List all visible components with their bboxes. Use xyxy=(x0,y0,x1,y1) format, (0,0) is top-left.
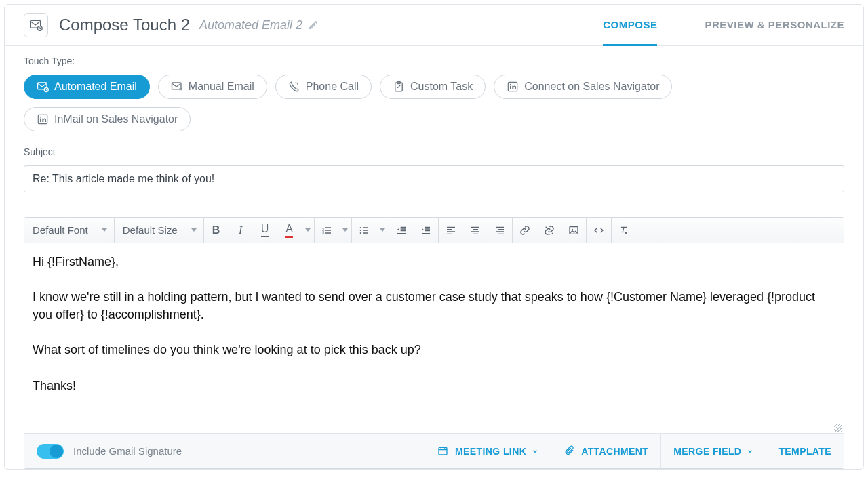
edit-name-icon[interactable] xyxy=(308,20,319,30)
chevron-down-icon xyxy=(532,448,538,455)
tab-compose[interactable]: COMPOSE xyxy=(603,14,657,46)
resize-handle[interactable] xyxy=(834,424,842,432)
editor-footer: Include Gmail Signature MEETING LINK ATT… xyxy=(24,433,844,468)
text-color-button[interactable]: A xyxy=(277,218,302,243)
option-custom-task[interactable]: Custom Task xyxy=(380,75,486,99)
underline-button[interactable]: U xyxy=(253,218,277,243)
touch-icon xyxy=(24,13,48,37)
align-right-button[interactable] xyxy=(488,218,512,243)
svg-point-12 xyxy=(40,117,41,118)
chevron-down-icon xyxy=(191,228,197,232)
code-view-button[interactable] xyxy=(587,218,611,243)
meeting-link-label: MEETING LINK xyxy=(455,446,526,457)
merge-field-button[interactable]: MERGE FIELD xyxy=(660,434,766,469)
option-label: Connect on Sales Navigator xyxy=(524,81,659,92)
signature-label: Include Gmail Signature xyxy=(73,445,182,457)
option-label: Custom Task xyxy=(410,81,473,92)
editor-toolbar: Default Font Default Size B I U A 123 xyxy=(24,218,844,243)
clear-format-button[interactable] xyxy=(612,218,636,243)
merge-field-label: MERGE FIELD xyxy=(673,446,741,457)
outdent-button[interactable] xyxy=(389,218,414,243)
unordered-list-menu[interactable] xyxy=(376,228,389,232)
option-label: Phone Call xyxy=(306,81,359,92)
font-family-label: Default Font xyxy=(33,224,88,236)
body-line: What sort of timelines do you think we'r… xyxy=(33,341,835,358)
attachment-button[interactable]: ATTACHMENT xyxy=(551,434,660,469)
font-size-label: Default Size xyxy=(123,224,178,236)
bold-button[interactable]: B xyxy=(204,218,229,243)
align-left-button[interactable] xyxy=(439,218,463,243)
option-label: Automated Email xyxy=(54,81,137,92)
mail-auto-icon xyxy=(37,81,49,93)
svg-point-20 xyxy=(572,228,573,230)
touch-type-label: Touch Type: xyxy=(24,56,844,66)
calendar-icon xyxy=(437,445,450,457)
task-icon xyxy=(393,81,405,93)
phone-icon xyxy=(288,81,300,93)
page-subtitle: Automated Email 2 xyxy=(199,18,302,33)
link-button[interactable] xyxy=(513,218,537,243)
unordered-list-button[interactable] xyxy=(352,218,376,243)
svg-point-9 xyxy=(510,84,511,85)
option-label: Manual Email xyxy=(189,81,254,92)
ordered-list-button[interactable]: 123 xyxy=(315,218,339,243)
linkedin-icon xyxy=(507,81,519,93)
svg-point-18 xyxy=(359,232,361,234)
template-button[interactable]: TEMPLATE xyxy=(766,434,844,469)
option-inmail-navigator[interactable]: InMail on Sales Navigator xyxy=(24,107,191,131)
subject-label: Subject xyxy=(24,146,844,157)
meeting-link-button[interactable]: MEETING LINK xyxy=(425,434,551,469)
text-color-menu[interactable] xyxy=(302,228,314,232)
font-size-select[interactable]: Default Size xyxy=(115,218,203,243)
option-manual-email[interactable]: Manual Email xyxy=(158,75,267,99)
tab-preview[interactable]: PREVIEW & PERSONALIZE xyxy=(705,14,844,46)
attachment-icon xyxy=(564,445,576,457)
linkedin-icon xyxy=(37,113,49,125)
body-line: I know we're still in a holding pattern,… xyxy=(33,288,835,323)
compose-panel: Compose Touch 2 Automated Email 2 COMPOS… xyxy=(4,4,864,470)
image-button[interactable] xyxy=(561,218,586,243)
chevron-down-icon xyxy=(747,448,753,455)
touch-type-options: Automated Email Manual Email Phone Call … xyxy=(24,75,844,131)
svg-text:3: 3 xyxy=(322,231,324,234)
option-automated-email[interactable]: Automated Email xyxy=(24,75,150,99)
panel-body: Touch Type: Automated Email Manual Email… xyxy=(5,46,863,469)
signature-toggle[interactable] xyxy=(37,444,64,459)
svg-point-16 xyxy=(359,227,361,228)
font-family-select[interactable]: Default Font xyxy=(24,218,114,243)
panel-header: Compose Touch 2 Automated Email 2 COMPOS… xyxy=(5,5,863,46)
attachment-label: ATTACHMENT xyxy=(581,446,648,457)
mail-icon xyxy=(171,81,183,93)
option-label: InMail on Sales Navigator xyxy=(54,114,178,125)
svg-rect-11 xyxy=(40,119,41,122)
svg-rect-8 xyxy=(510,86,511,89)
svg-rect-21 xyxy=(439,447,447,455)
align-center-button[interactable] xyxy=(463,218,488,243)
svg-point-17 xyxy=(359,230,361,231)
page-title: Compose Touch 2 xyxy=(59,16,190,35)
footer-actions: MEETING LINK ATTACHMENT MERGE FIELD TEMP… xyxy=(425,434,844,469)
subject-input[interactable] xyxy=(24,165,844,192)
chevron-down-icon xyxy=(102,228,107,232)
header-tabs: COMPOSE PREVIEW & PERSONALIZE xyxy=(603,14,844,37)
body-line: Hi {!FirstName}, xyxy=(33,253,835,270)
email-editor: Default Font Default Size B I U A 123 xyxy=(24,217,844,469)
editor-content[interactable]: Hi {!FirstName}, I know we're still in a… xyxy=(24,243,844,433)
indent-button[interactable] xyxy=(414,218,438,243)
italic-button[interactable]: I xyxy=(229,218,253,243)
unlink-button[interactable] xyxy=(537,218,561,243)
body-line: Thanks! xyxy=(33,377,835,394)
ordered-list-menu[interactable] xyxy=(339,228,351,232)
template-label: TEMPLATE xyxy=(778,446,831,457)
option-phone-call[interactable]: Phone Call xyxy=(275,75,372,99)
option-connect-navigator[interactable]: Connect on Sales Navigator xyxy=(494,75,672,99)
